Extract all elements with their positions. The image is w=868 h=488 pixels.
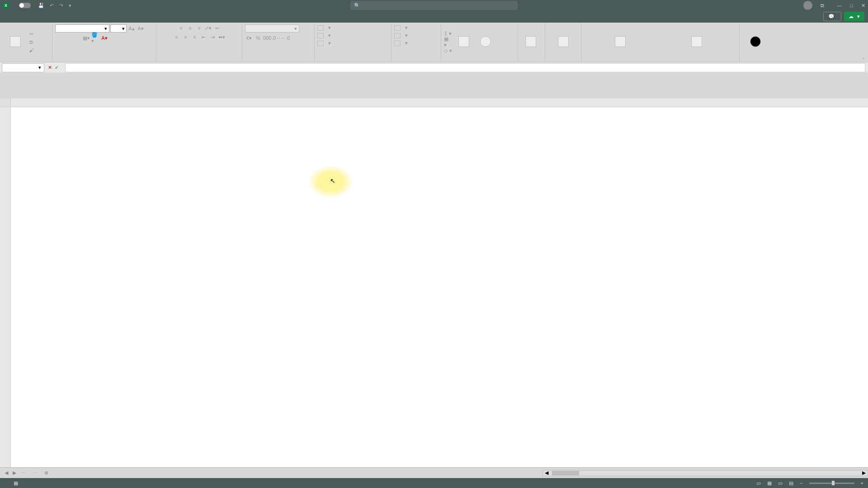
horizontal-scrollbar[interactable]: ◀ ▶: [542, 470, 868, 476]
accessibility-status[interactable]: ▦: [14, 480, 18, 486]
conditional-formatting-icon: [317, 25, 324, 31]
share-button[interactable]: ☁ ▾: [844, 12, 864, 21]
decrease-font-icon[interactable]: A▾: [137, 25, 145, 32]
title-bar: X 💾 ↶ ↷ ▾ 🔍 ⧉ — □ ✕: [0, 0, 868, 11]
collapse-ribbon-icon[interactable]: ⌄: [862, 55, 865, 60]
excel-icon: X: [3, 2, 9, 9]
avatar[interactable]: [803, 1, 812, 10]
percent-icon[interactable]: %: [254, 34, 262, 42]
indent-increase-icon[interactable]: ⇥: [209, 33, 217, 41]
scrollbar-thumb[interactable]: [552, 471, 579, 475]
sort-filter-button[interactable]: [454, 35, 474, 49]
page-break-view-icon[interactable]: ▤: [789, 480, 793, 486]
chatgpt-button[interactable]: [742, 35, 769, 49]
normal-view-icon[interactable]: ▦: [767, 480, 772, 486]
wrap-text-icon[interactable]: ↩: [213, 24, 222, 32]
new-sheet-icon[interactable]: ⊕: [41, 470, 52, 476]
scroll-left-icon[interactable]: ◀: [543, 470, 550, 476]
indent-decrease-icon[interactable]: ⇤: [200, 33, 208, 41]
font-name-select[interactable]: ▾: [55, 24, 109, 33]
italic-button[interactable]: [64, 34, 72, 42]
save-icon[interactable]: 💾: [38, 3, 44, 9]
insert-cells-button[interactable]: ▾: [394, 24, 408, 31]
data-analysis-button[interactable]: [548, 35, 578, 49]
cloud-icon[interactable]: ⧉: [821, 3, 824, 9]
page-layout-view-icon[interactable]: ▭: [778, 480, 783, 486]
sheet-next-icon[interactable]: ▶: [13, 470, 16, 476]
font-color-icon[interactable]: A▾: [100, 34, 108, 42]
maximize-icon[interactable]: □: [850, 3, 853, 9]
font-group-label: [55, 60, 153, 60]
find-icon: [480, 36, 491, 47]
number-format-select[interactable]: ▾: [245, 24, 299, 33]
align-left-icon[interactable]: ≡: [173, 33, 181, 41]
close-icon[interactable]: ✕: [861, 3, 865, 9]
increase-font-icon[interactable]: A▴: [127, 25, 136, 32]
increase-decimal-icon[interactable]: .0→: [272, 34, 280, 42]
align-center-icon[interactable]: ≡: [182, 33, 190, 41]
zoom-in-icon[interactable]: +: [861, 480, 863, 486]
gpt-icon: [750, 36, 761, 47]
orientation-icon[interactable]: ⤢▾: [204, 24, 212, 32]
qat-more-icon[interactable]: ▾: [69, 3, 71, 9]
fill-icon[interactable]: ▦ ▾: [444, 38, 452, 46]
autosave-toggle[interactable]: [19, 3, 31, 8]
decrease-decimal-icon[interactable]: ←.0: [281, 34, 289, 42]
align-middle-icon[interactable]: ≡: [186, 24, 194, 32]
accept-formula-icon[interactable]: ✓: [55, 65, 59, 70]
name-box[interactable]: ▾: [2, 63, 44, 72]
pdf-links-button[interactable]: [584, 35, 656, 49]
bold-button[interactable]: [55, 34, 63, 42]
sheet-all-icon[interactable]: ⋯: [21, 470, 26, 476]
font-size-select[interactable]: ▾: [110, 24, 127, 33]
clear-icon[interactable]: ◇ ▾: [444, 47, 452, 54]
comments-button[interactable]: 💬: [823, 12, 841, 21]
conditional-formatting-button[interactable]: ▾: [317, 24, 331, 31]
comma-icon[interactable]: 000: [263, 34, 271, 42]
sheet-more-icon[interactable]: ⋯: [30, 470, 41, 476]
zoom-out-icon[interactable]: −: [800, 480, 802, 486]
undo-icon[interactable]: ↶: [50, 3, 54, 9]
select-all-corner[interactable]: [0, 99, 11, 107]
border-icon[interactable]: ▦▾: [82, 34, 90, 42]
cell-styles-button[interactable]: ▾: [317, 40, 331, 47]
cell-styles-icon: [317, 41, 324, 46]
format-as-table-button[interactable]: ▾: [317, 32, 331, 39]
cursor-icon: ↖: [330, 177, 335, 184]
align-right-icon[interactable]: ≡: [191, 33, 199, 41]
search-box[interactable]: 🔍: [350, 1, 518, 10]
format-painter-icon[interactable]: 🖌: [27, 47, 35, 54]
autosave-group: [14, 3, 33, 8]
paste-button[interactable]: [5, 35, 25, 49]
addins-button[interactable]: [521, 35, 541, 49]
sheet-tab-bar: ◀ ▶ ⋯ ⋯ ⊕ ⁝ ◀ ▶: [0, 467, 868, 478]
cancel-formula-icon[interactable]: ✕: [48, 65, 52, 70]
underline-button[interactable]: [73, 34, 81, 42]
chevron-down-icon: ▾: [38, 65, 41, 70]
align-bottom-icon[interactable]: ≡: [195, 24, 203, 32]
merge-icon[interactable]: ⬌▾: [218, 33, 226, 41]
delete-cells-button[interactable]: ▾: [394, 32, 408, 39]
align-top-icon[interactable]: ≡: [177, 24, 185, 32]
copy-icon[interactable]: ⧉: [27, 38, 35, 46]
alignment-group-label: [159, 60, 239, 60]
delete-icon: [394, 33, 401, 38]
currency-icon[interactable]: €▾: [245, 34, 253, 42]
cells-area[interactable]: ↖: [11, 107, 868, 469]
fill-color-icon[interactable]: 🪣▾: [91, 34, 99, 42]
format-cells-button[interactable]: ▾: [394, 40, 408, 47]
sheet-prev-icon[interactable]: ◀: [5, 470, 8, 476]
clipboard-group-label: [5, 60, 49, 60]
row-headers: [0, 107, 11, 469]
minimize-icon[interactable]: —: [837, 3, 842, 9]
cells-group-label: [394, 60, 438, 60]
scroll-right-icon[interactable]: ▶: [860, 470, 868, 476]
formula-input[interactable]: [65, 63, 865, 72]
zoom-slider[interactable]: [809, 483, 854, 484]
redo-icon[interactable]: ↷: [59, 3, 63, 9]
cut-icon[interactable]: ✂: [27, 30, 35, 38]
column-headers: [0, 99, 868, 107]
display-settings-button[interactable]: ▭: [756, 480, 761, 486]
find-select-button[interactable]: [476, 35, 495, 49]
pdf-outlook-button[interactable]: [658, 35, 735, 49]
